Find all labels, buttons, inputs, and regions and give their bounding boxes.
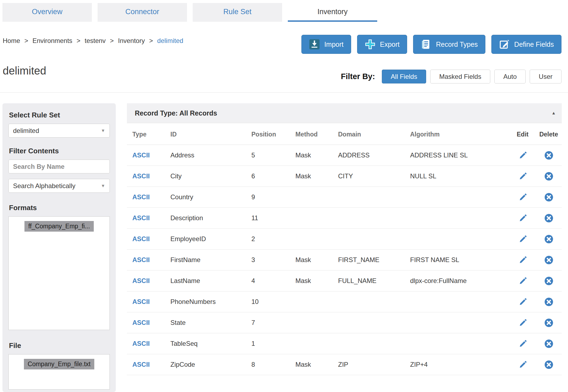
edit-pencil-icon[interactable] — [518, 193, 527, 202]
table-row: ASCII PhoneNumbers 10 — [127, 291, 562, 312]
breadcrumb-separator: > — [77, 37, 80, 44]
cell-algorithm: ADDRESS LINE SL — [410, 145, 510, 166]
delete-icon[interactable] — [544, 276, 554, 286]
cell-domain — [338, 291, 410, 312]
cell-delete — [536, 354, 562, 375]
filter-auto-button[interactable]: Auto — [494, 70, 526, 83]
cell-delete — [536, 166, 562, 187]
cell-delete — [536, 208, 562, 229]
cell-id: LastName — [170, 270, 251, 291]
edit-pencil-icon[interactable] — [518, 297, 527, 306]
inventory-table-body: ASCII Address 5 Mask ADDRESS ADDRESS LIN… — [127, 145, 562, 375]
edit-pencil-icon[interactable] — [518, 360, 527, 369]
breadcrumb-environments[interactable]: Environments — [32, 37, 72, 44]
cell-type: ASCII — [127, 166, 170, 187]
content-area: Select Rule Set delimited ▼ Filter Conte… — [2, 103, 562, 392]
cell-position: 3 — [251, 250, 295, 270]
filter-user-button[interactable]: User — [530, 70, 561, 83]
edit-pencil-icon[interactable] — [518, 256, 527, 265]
cell-position: 1 — [251, 333, 295, 354]
cell-method: Mask — [295, 250, 338, 270]
filter-all-fields-button[interactable]: All Fields — [382, 70, 426, 83]
export-icon — [365, 39, 376, 50]
edit-pencil-icon[interactable] — [518, 214, 527, 223]
cell-id: EmployeeID — [170, 229, 251, 250]
edit-pencil-icon[interactable] — [518, 339, 527, 348]
cell-edit — [510, 187, 536, 208]
delete-icon[interactable] — [544, 213, 554, 223]
delete-icon[interactable] — [544, 297, 554, 307]
filter-bar: Filter By: All Fields Masked Fields Auto… — [341, 70, 561, 83]
import-icon — [309, 39, 320, 50]
table-row: ASCII Description 11 — [127, 208, 562, 229]
cell-delete — [536, 312, 562, 333]
import-button-label: Import — [324, 41, 344, 48]
cell-delete — [536, 187, 562, 208]
breadcrumb-current: delimited — [157, 37, 183, 44]
breadcrumb-testenv[interactable]: testenv — [85, 37, 105, 44]
breadcrumb-home[interactable]: Home — [3, 37, 20, 44]
cell-algorithm: NULL SL — [410, 166, 510, 187]
table-row: ASCII EmployeeID 2 — [127, 229, 562, 250]
delete-icon[interactable] — [544, 255, 554, 265]
file-list-item[interactable]: Company_Emp_file.txt — [24, 359, 94, 369]
chevron-down-icon: ▼ — [101, 183, 105, 188]
rule-set-select[interactable]: delimited ▼ — [8, 124, 110, 138]
record-type-header: Record Type: All Records ▲ — [127, 103, 562, 123]
table-row: ASCII City 6 Mask CITY NULL SL — [127, 166, 562, 187]
delete-icon[interactable] — [544, 192, 554, 202]
tab-connector[interactable]: Connector — [98, 3, 187, 22]
cell-id: City — [170, 166, 251, 187]
edit-pencil-icon[interactable] — [518, 151, 527, 160]
cell-type: ASCII — [127, 270, 170, 291]
file-list: Company_Emp_file.txt — [8, 354, 110, 390]
delete-icon[interactable] — [544, 234, 554, 244]
delete-icon[interactable] — [544, 360, 554, 369]
cell-edit — [510, 250, 536, 270]
formats-heading: Formats — [9, 204, 110, 212]
record-types-icon — [421, 39, 432, 50]
cell-edit — [510, 208, 536, 229]
record-types-button[interactable]: Record Types — [413, 35, 485, 54]
define-fields-button[interactable]: Define Fields — [491, 35, 561, 54]
breadcrumb-separator: > — [149, 37, 153, 44]
sort-alphabetically-select[interactable]: Search Alphabetically ▼ — [8, 179, 110, 193]
cell-type: ASCII — [127, 312, 170, 333]
export-button[interactable]: Export — [357, 35, 407, 54]
column-header-edit: Edit — [510, 123, 536, 145]
import-button[interactable]: Import — [301, 35, 351, 54]
search-by-name-input[interactable] — [8, 160, 110, 173]
delete-icon[interactable] — [544, 172, 554, 181]
breadcrumb-inventory[interactable]: Inventory — [118, 37, 145, 44]
tab-inventory[interactable]: Inventory — [288, 3, 377, 22]
cell-position: 7 — [251, 312, 295, 333]
cell-id: Description — [170, 208, 251, 229]
delete-icon[interactable] — [544, 151, 554, 160]
cell-delete — [536, 270, 562, 291]
edit-pencil-icon[interactable] — [518, 276, 527, 285]
delete-icon[interactable] — [544, 318, 554, 328]
rule-set-selected-value: delimited — [13, 127, 39, 135]
cell-algorithm — [410, 208, 510, 229]
edit-pencil-icon[interactable] — [518, 318, 527, 327]
cell-algorithm: ZIP+4 — [410, 354, 510, 375]
cell-algorithm: FIRST NAME SL — [410, 250, 510, 270]
cell-algorithm — [410, 187, 510, 208]
cell-domain: CITY — [338, 166, 410, 187]
filter-masked-fields-button[interactable]: Masked Fields — [430, 70, 490, 83]
column-header-id: ID — [170, 123, 251, 145]
column-header-domain: Domain — [338, 123, 410, 145]
column-header-method: Method — [295, 123, 338, 145]
cell-position: 4 — [251, 270, 295, 291]
edit-pencil-icon[interactable] — [518, 172, 527, 181]
tab-rule-set[interactable]: Rule Set — [193, 3, 282, 22]
cell-position: 8 — [251, 354, 295, 375]
cell-method — [295, 333, 338, 354]
tab-overview[interactable]: Overview — [2, 3, 92, 22]
cell-domain — [338, 187, 410, 208]
cell-domain: FULL_NAME — [338, 270, 410, 291]
edit-pencil-icon[interactable] — [518, 235, 527, 244]
delete-icon[interactable] — [544, 339, 554, 349]
collapse-arrow-icon[interactable]: ▲ — [551, 111, 556, 116]
format-list-item[interactable]: ff_Company_Emp_fi... — [24, 221, 94, 232]
